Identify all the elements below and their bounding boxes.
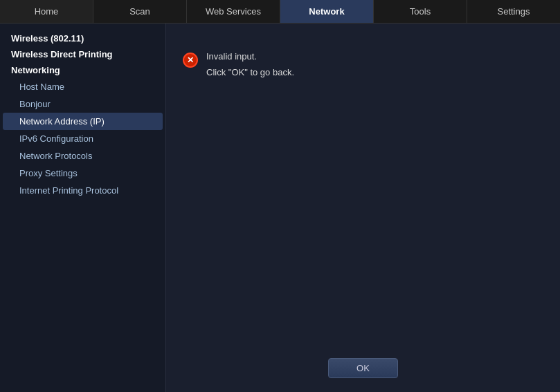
sidebar-header-wireless-8021[interactable]: Wireless (802.11) — [0, 30, 165, 46]
sidebar-header-networking[interactable]: Networking — [0, 62, 165, 78]
right-panel: ✕ Invalid input. Click "OK" to go back. … — [166, 24, 560, 392]
tab-scan[interactable]: Scan — [93, 0, 187, 23]
sidebar-item-network-protocols[interactable]: Network Protocols — [0, 147, 165, 165]
tab-home[interactable]: Home — [0, 0, 93, 23]
main-content: Wireless (802.11) Wireless Direct Printi… — [0, 24, 560, 392]
tab-tools[interactable]: Tools — [374, 0, 467, 23]
tab-network[interactable]: Network — [280, 0, 374, 23]
ok-button[interactable]: OK — [328, 358, 398, 378]
sidebar-header-wireless-direct[interactable]: Wireless Direct Printing — [0, 46, 165, 62]
error-message-line1: Invalid input. — [206, 51, 294, 62]
tab-settings[interactable]: Settings — [467, 0, 560, 23]
tab-web-services[interactable]: Web Services — [187, 0, 280, 23]
sidebar-item-ipv6-config[interactable]: IPv6 Configuration — [0, 130, 165, 147]
sidebar-item-proxy-settings[interactable]: Proxy Settings — [0, 165, 165, 182]
sidebar-item-bonjour[interactable]: Bonjour — [0, 95, 165, 113]
message-text: Invalid input. Click "OK" to go back. — [206, 51, 294, 77]
button-area: OK — [166, 358, 560, 378]
sidebar-item-internet-printing[interactable]: Internet Printing Protocol — [0, 182, 165, 199]
error-message-line2: Click "OK" to go back. — [206, 67, 294, 77]
navigation-bar: Home Scan Web Services Network Tools Set… — [0, 0, 560, 24]
sidebar: Wireless (802.11) Wireless Direct Printi… — [0, 24, 166, 392]
message-area: ✕ Invalid input. Click "OK" to go back. — [183, 44, 543, 84]
sidebar-item-network-address[interactable]: Network Address (IP) — [3, 113, 163, 130]
sidebar-item-host-name[interactable]: Host Name — [0, 78, 165, 95]
error-icon: ✕ — [183, 53, 199, 69]
